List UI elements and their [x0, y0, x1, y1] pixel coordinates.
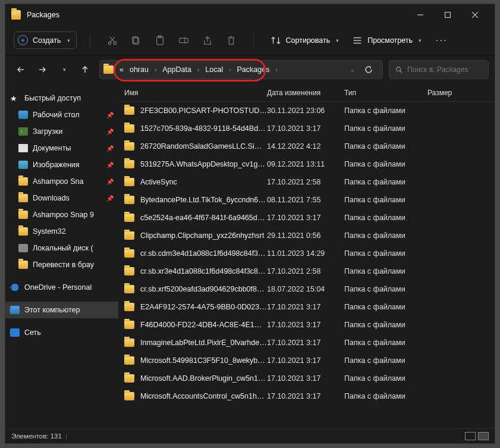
- sidebar-item[interactable]: Документы📌: [5, 140, 118, 156]
- sidebar-item-label: OneDrive - Personal: [24, 283, 92, 292]
- file-row[interactable]: F46D4000-FD22-4DB4-AC8E-4E1DDDE828...17.…: [118, 316, 495, 334]
- search-box[interactable]: [389, 60, 489, 79]
- sidebar-item[interactable]: Downloads📌: [5, 190, 118, 206]
- minimize-button[interactable]: [407, 6, 434, 24]
- chevron-right-icon[interactable]: ›: [152, 67, 159, 73]
- sidebar-item[interactable]: Изображения📌: [5, 156, 118, 173]
- file-name: ActiveSync: [140, 178, 267, 186]
- folder-icon: [124, 231, 134, 240]
- pic-icon: [18, 161, 28, 169]
- breadcrumb-segment[interactable]: AppData: [160, 65, 194, 74]
- file-row[interactable]: Microsoft.AAD.BrokerPlugin_cw5n1h2txy...…: [118, 369, 495, 387]
- doc-icon: [18, 144, 28, 152]
- sidebar-onedrive[interactable]: › OneDrive - Personal: [5, 279, 118, 296]
- breadcrumb-segment[interactable]: ohrau: [127, 65, 151, 74]
- sidebar-item[interactable]: Локальный диск (: [5, 240, 118, 256]
- breadcrumb-segment[interactable]: Packages: [235, 65, 272, 74]
- file-row[interactable]: ActiveSync17.10.2021 2:58Папка с файлами: [118, 173, 495, 191]
- chevron-right-icon[interactable]: ›: [195, 67, 202, 73]
- close-button[interactable]: [461, 6, 489, 24]
- pin-icon: 📌: [106, 178, 114, 185]
- folder-icon: [124, 142, 134, 151]
- forward-button[interactable]: [33, 60, 52, 79]
- column-name[interactable]: Имя: [124, 89, 267, 97]
- file-name: cr.sb.cdm3e4d1a088c1f6d498c84f3c86de...: [140, 249, 267, 258]
- refresh-icon[interactable]: [364, 65, 373, 74]
- status-bar: Элементов: 131 |: [5, 428, 495, 443]
- sort-button[interactable]: Сортировать ▾: [267, 35, 343, 46]
- column-type[interactable]: Тип: [344, 89, 427, 97]
- sidebar-item-label: Рабочий стол: [33, 111, 79, 119]
- file-date: 17.10.2021 3:17: [267, 374, 344, 383]
- address-bar[interactable]: « ohrau › AppData › Local › Packages › ⌄: [99, 60, 383, 79]
- file-row[interactable]: E2A4F912-2574-4A75-9BB0-0D023378592...17…: [118, 298, 495, 316]
- folder-icon: [124, 285, 134, 293]
- up-button[interactable]: [76, 60, 95, 79]
- file-row[interactable]: 1527c705-839a-4832-9118-54d4Bd6a0c89...1…: [118, 120, 495, 137]
- new-button[interactable]: + Создать ▾: [14, 32, 77, 49]
- list-view-icon[interactable]: [478, 432, 489, 440]
- recent-chevron[interactable]: ▾: [54, 60, 73, 79]
- chevron-down-icon[interactable]: ⌄: [350, 67, 355, 73]
- file-date: 30.11.2021 23:06: [267, 106, 344, 115]
- chevron-right-icon[interactable]: ›: [273, 67, 279, 73]
- window-title: Packages: [27, 11, 59, 19]
- sidebar-item[interactable]: Перевести в брау: [5, 256, 118, 273]
- sidebar-item[interactable]: Загрузки📌: [5, 123, 118, 140]
- file-type: Папка с файлами: [344, 285, 433, 293]
- file-row[interactable]: cr.sb.cdm3e4d1a088c1f6d498c84f3c86de...1…: [118, 245, 495, 262]
- sidebar-network[interactable]: › Сеть: [5, 324, 118, 341]
- file-row[interactable]: 2FE3CB00.PICSART-PHOTOSTUDIO_crhqp...30.…: [118, 102, 495, 120]
- collapse-icon[interactable]: ⌄: [9, 95, 14, 101]
- network-icon: [10, 328, 20, 337]
- sidebar-item-label: Перевести в брау: [33, 261, 94, 269]
- column-date[interactable]: Дата изменения: [267, 89, 344, 97]
- file-name: 1527c705-839a-4832-9118-54d4Bd6a0c89...: [140, 124, 267, 133]
- file-row[interactable]: Microsoft.AccountsControl_cw5n1h2txy...1…: [118, 387, 495, 405]
- expand-icon[interactable]: ›: [9, 307, 11, 313]
- sidebar-item[interactable]: Рабочий стол📌: [5, 106, 118, 123]
- more-button[interactable]: ···: [431, 35, 452, 46]
- separator: [253, 34, 254, 47]
- expand-icon[interactable]: ›: [9, 330, 11, 336]
- disk-icon: [18, 244, 28, 252]
- sidebar-this-pc[interactable]: › Этот компьютер: [5, 302, 118, 318]
- file-row[interactable]: cr.sb.xr3e4d1a088c1f6d498c84f3c86de73c..…: [118, 262, 495, 280]
- breadcrumb-segment[interactable]: Local: [203, 65, 225, 74]
- copy-button[interactable]: [127, 32, 145, 49]
- view-button[interactable]: Просмотреть ▾: [348, 35, 425, 46]
- file-name: Microsoft.AAD.BrokerPlugin_cw5n1h2txy...: [140, 374, 267, 383]
- paste-button[interactable]: [151, 32, 169, 49]
- file-name: cr.sb.xr3e4d1a088c1f6d498c84f3c86de73c..…: [140, 267, 267, 275]
- maximize-button[interactable]: [434, 6, 461, 24]
- share-button[interactable]: [199, 32, 216, 49]
- file-list-pane: Имя Дата изменения Тип Размер 2FE3CB00.P…: [118, 84, 495, 428]
- file-date: 17.10.2021 3:17: [267, 356, 344, 365]
- content: ⌄ ★ Быстрый доступ Рабочий стол📌Загрузки…: [5, 84, 495, 428]
- sidebar-quick-access[interactable]: ⌄ ★ Быстрый доступ: [5, 90, 118, 106]
- cloud-icon: [10, 283, 20, 292]
- chevron-right-icon[interactable]: ›: [227, 67, 233, 73]
- file-date: 17.10.2021 3:17: [267, 339, 344, 347]
- file-row[interactable]: Clipchamp.Clipchamp_yxz26nhyzhsrt29.11.2…: [118, 227, 495, 245]
- delete-button[interactable]: [222, 32, 240, 49]
- file-row[interactable]: c5e2524a-ea46-4f67-841f-6a9465d9d515_...…: [118, 209, 495, 227]
- sidebar-item[interactable]: System32: [5, 223, 118, 240]
- file-row[interactable]: 26720RandomSaladGamesLLC.SimpleMi...14.1…: [118, 137, 495, 155]
- file-row[interactable]: BytedancePte.Ltd.TikTok_6yccndn6064se08.…: [118, 191, 495, 209]
- column-size[interactable]: Размер: [427, 89, 495, 97]
- sidebar-item[interactable]: Ashampoo Snap 9: [5, 206, 118, 223]
- rename-button[interactable]: [175, 32, 193, 49]
- file-row[interactable]: InmagineLabPteLtd.PixlrE_0fvarhdejbjpm17…: [118, 334, 495, 352]
- details-view-icon[interactable]: [465, 432, 476, 440]
- back-button[interactable]: [11, 60, 30, 79]
- search-input[interactable]: [407, 65, 482, 74]
- file-date: 17.10.2021 3:17: [267, 214, 344, 222]
- breadcrumb-ellipsis[interactable]: «: [117, 65, 126, 74]
- file-row[interactable]: 5319275A.WhatsAppDesktop_cv1g1gvan...09.…: [118, 155, 495, 173]
- file-row[interactable]: cr.sb.xrf5200eafd3ad904629cbb0f87a78a3..…: [118, 280, 495, 298]
- sidebar-item[interactable]: Ashampoo Sna📌: [5, 173, 118, 190]
- file-row[interactable]: Microsoft.549981C3F5F10_8wekyb3d8bb...17…: [118, 352, 495, 369]
- cut-button[interactable]: [103, 32, 121, 49]
- expand-icon[interactable]: ›: [9, 284, 11, 290]
